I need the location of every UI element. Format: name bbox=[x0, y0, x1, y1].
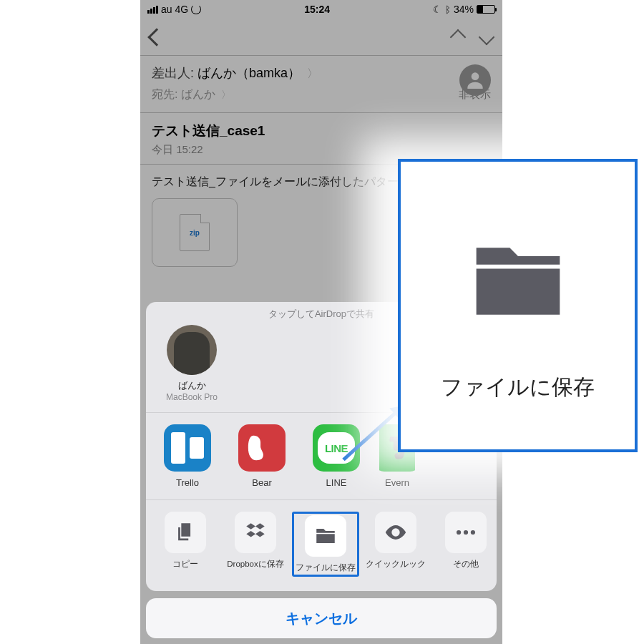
battery-icon bbox=[477, 5, 495, 14]
folder-icon bbox=[305, 515, 346, 557]
to-label: 宛先: bbox=[152, 88, 177, 100]
app-label: LINE bbox=[326, 477, 347, 488]
svg-point-1 bbox=[457, 530, 461, 535]
trello-icon bbox=[164, 424, 211, 472]
mail-header: 差出人: ばんか（bamka） 〉 宛先: ばんか 〉 非表示 bbox=[140, 56, 502, 113]
action-row[interactable]: コピー Dropboxに保存 ファイルに保存 bbox=[146, 500, 497, 591]
share-app-trello[interactable]: Trello bbox=[156, 424, 219, 488]
callout-label: ファイルに保存 bbox=[441, 373, 595, 402]
action-label: ファイルに保存 bbox=[296, 562, 356, 573]
action-label: Dropboxに保存 bbox=[227, 559, 283, 570]
app-label: Trello bbox=[176, 477, 199, 488]
nav-bar bbox=[140, 19, 502, 56]
share-app-line[interactable]: LINE LINE bbox=[305, 424, 368, 488]
network-label: 4G bbox=[175, 4, 189, 15]
contact-name: ばんか bbox=[178, 379, 206, 392]
back-button[interactable] bbox=[147, 28, 165, 46]
share-app-bear[interactable]: Bear bbox=[230, 424, 293, 488]
subject-block: テスト送信_case1 今日 15:22 bbox=[140, 113, 502, 165]
action-label: コピー bbox=[172, 559, 198, 570]
bluetooth-icon: ᛒ bbox=[445, 4, 451, 15]
contact-device: MacBook Pro bbox=[166, 392, 218, 402]
svg-point-3 bbox=[471, 530, 475, 535]
callout-panel: ファイルに保存 bbox=[398, 159, 638, 452]
dropbox-icon bbox=[235, 512, 276, 553]
to-name: ばんか bbox=[181, 88, 215, 100]
signal-icon bbox=[147, 6, 158, 14]
action-label: その他 bbox=[453, 559, 479, 570]
action-copy[interactable]: コピー bbox=[152, 512, 219, 577]
loading-icon bbox=[191, 4, 201, 14]
svg-point-0 bbox=[472, 72, 479, 80]
to-line[interactable]: 宛先: ばんか 〉 bbox=[152, 87, 231, 102]
action-quicklook[interactable]: クイックルック bbox=[362, 512, 429, 577]
svg-point-2 bbox=[464, 530, 468, 535]
action-more[interactable]: その他 bbox=[432, 512, 497, 577]
status-bar: au 4G 15:24 ☾ ᛒ 34% bbox=[140, 0, 502, 19]
zip-file-icon: zip bbox=[180, 214, 210, 251]
prev-message-button[interactable] bbox=[450, 29, 467, 45]
more-icon bbox=[445, 512, 487, 553]
attachment[interactable]: zip bbox=[152, 198, 238, 267]
copy-icon bbox=[165, 512, 206, 553]
eye-icon bbox=[375, 512, 416, 553]
app-label: Evern bbox=[385, 477, 409, 488]
clock: 15:24 bbox=[304, 4, 330, 15]
next-message-button[interactable] bbox=[479, 29, 495, 45]
app-label: Bear bbox=[252, 477, 271, 488]
subject-time: 今日 15:22 bbox=[152, 143, 491, 157]
file-ext: zip bbox=[190, 229, 200, 237]
action-label: クイックルック bbox=[366, 559, 426, 570]
carrier-label: au bbox=[161, 4, 172, 15]
chevron-right-icon: 〉 bbox=[307, 67, 318, 79]
contact-photo bbox=[167, 325, 217, 375]
airdrop-contact[interactable]: ばんか MacBook Pro bbox=[156, 325, 228, 402]
battery-pct: 34% bbox=[454, 4, 474, 15]
from-name: ばんか（bamka） bbox=[197, 66, 301, 80]
chevron-right-icon: 〉 bbox=[221, 89, 231, 100]
from-line[interactable]: 差出人: ばんか（bamka） 〉 bbox=[152, 64, 491, 82]
action-dropbox[interactable]: Dropboxに保存 bbox=[222, 512, 289, 577]
action-save-to-files[interactable]: ファイルに保存 bbox=[292, 512, 359, 577]
sender-avatar[interactable] bbox=[459, 64, 491, 96]
bear-icon bbox=[238, 424, 286, 472]
dnd-moon-icon: ☾ bbox=[433, 4, 442, 15]
subject-title: テスト送信_case1 bbox=[152, 122, 491, 140]
folder-icon bbox=[447, 210, 590, 353]
from-label: 差出人: bbox=[152, 66, 194, 80]
cancel-button[interactable]: キャンセル bbox=[146, 598, 497, 638]
